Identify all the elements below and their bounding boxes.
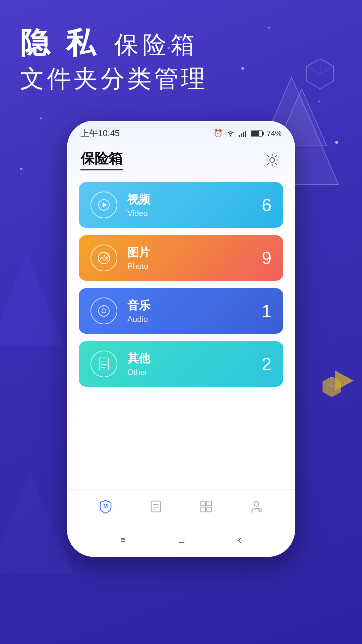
audio-card-text: 音乐 Audio — [127, 298, 272, 324]
photo-card-text: 图片 Photo — [127, 245, 272, 271]
wifi-icon — [226, 130, 235, 137]
files-nav-icon — [148, 499, 163, 514]
sys-nav-menu[interactable]: ≡ — [120, 535, 125, 545]
video-name-cn: 视频 — [127, 192, 272, 207]
svg-line-6 — [320, 66, 334, 74]
video-icon-circle — [90, 192, 117, 218]
file-icon — [97, 357, 111, 371]
svg-point-13 — [230, 135, 231, 137]
other-card-text: 其他 Other — [127, 351, 272, 377]
deco-cube-top-right — [305, 57, 335, 91]
video-count: 6 — [262, 195, 272, 215]
battery-indicator: 74% — [251, 129, 282, 138]
nav-item-apps[interactable] — [193, 496, 220, 517]
svg-rect-31 — [151, 501, 161, 512]
other-count: 2 — [262, 354, 272, 374]
audio-count: 1 — [262, 301, 272, 321]
svg-rect-14 — [239, 135, 240, 137]
mountain-icon — [97, 252, 111, 264]
svg-rect-17 — [245, 131, 246, 137]
status-time: 上午10:45 — [80, 127, 120, 139]
svg-rect-15 — [241, 133, 242, 137]
nav-item-profile[interactable] — [243, 496, 270, 517]
deco-triangle-left — [0, 252, 64, 345]
svg-point-39 — [254, 501, 259, 506]
play-icon — [98, 199, 110, 211]
music-icon — [97, 304, 111, 318]
category-card-video[interactable]: 视频 Video 6 — [79, 182, 283, 228]
svg-line-9 — [323, 382, 332, 387]
svg-point-22 — [98, 252, 110, 264]
status-bar: 上午10:45 ⏰ 74% — [67, 121, 295, 143]
app-title: 保险箱 — [80, 149, 123, 170]
sys-nav-home[interactable]: □ — [179, 534, 184, 545]
phone-mockup: 上午10:45 ⏰ 74% — [67, 121, 295, 557]
svg-rect-16 — [243, 132, 244, 137]
photo-count: 9 — [262, 248, 272, 268]
svg-rect-37 — [201, 507, 205, 512]
audio-name-cn: 音乐 — [127, 298, 272, 313]
settings-button[interactable] — [263, 151, 282, 169]
alarm-icon: ⏰ — [214, 129, 223, 138]
bottom-nav: M — [67, 489, 295, 523]
shield-nav-icon: M — [98, 499, 113, 514]
gear-icon — [265, 153, 280, 167]
photo-icon-circle — [90, 245, 117, 271]
headline-1: 隐 私 保险箱 — [20, 27, 208, 59]
photo-name-cn: 图片 — [127, 245, 272, 260]
video-name-en: Video — [127, 209, 272, 218]
svg-marker-0 — [0, 252, 64, 345]
svg-marker-20 — [103, 203, 107, 207]
svg-marker-7 — [323, 377, 341, 397]
profile-nav-icon — [249, 499, 264, 514]
svg-point-24 — [102, 309, 106, 313]
category-card-photo[interactable]: 图片 Photo 9 — [79, 235, 283, 281]
headline-2: 文件夹分类管理 — [20, 63, 208, 95]
sys-nav-back[interactable]: ‹ — [238, 533, 242, 547]
svg-line-10 — [332, 382, 341, 387]
nav-item-safe[interactable]: M — [92, 496, 119, 517]
other-name-en: Other — [127, 368, 272, 377]
system-nav: ≡ □ ‹ — [67, 529, 295, 550]
svg-marker-3 — [307, 59, 334, 89]
svg-rect-26 — [99, 358, 109, 370]
signal-icon — [239, 130, 247, 137]
deco-triangle-gold — [335, 369, 355, 392]
svg-rect-36 — [207, 501, 212, 506]
audio-icon-circle — [90, 298, 117, 324]
category-cards: 视频 Video 6 图片 Photo 9 — [67, 175, 295, 393]
other-icon-circle — [90, 351, 117, 377]
app-header: 保险箱 — [67, 143, 295, 175]
deco-triangle-bottom-left — [0, 470, 74, 577]
svg-text:M: M — [103, 503, 108, 509]
category-card-other[interactable]: 其他 Other 2 — [79, 341, 283, 387]
nav-item-files[interactable] — [142, 496, 169, 517]
category-card-audio[interactable]: 音乐 Audio 1 — [79, 288, 283, 334]
deco-cube-bottom-right — [322, 376, 342, 399]
audio-name-en: Audio — [127, 315, 272, 324]
svg-line-5 — [307, 66, 320, 74]
video-card-text: 视频 Video — [127, 192, 272, 218]
header-text: 隐 私 保险箱 文件夹分类管理 — [20, 27, 208, 95]
svg-marker-11 — [0, 473, 74, 574]
svg-rect-35 — [201, 501, 205, 506]
svg-point-18 — [270, 158, 275, 162]
other-name-cn: 其他 — [127, 351, 272, 366]
status-icons: ⏰ 74% — [214, 129, 282, 138]
apps-nav-icon — [199, 499, 214, 514]
svg-rect-38 — [207, 507, 212, 512]
photo-name-en: Photo — [127, 262, 272, 271]
svg-marker-12 — [335, 371, 354, 391]
